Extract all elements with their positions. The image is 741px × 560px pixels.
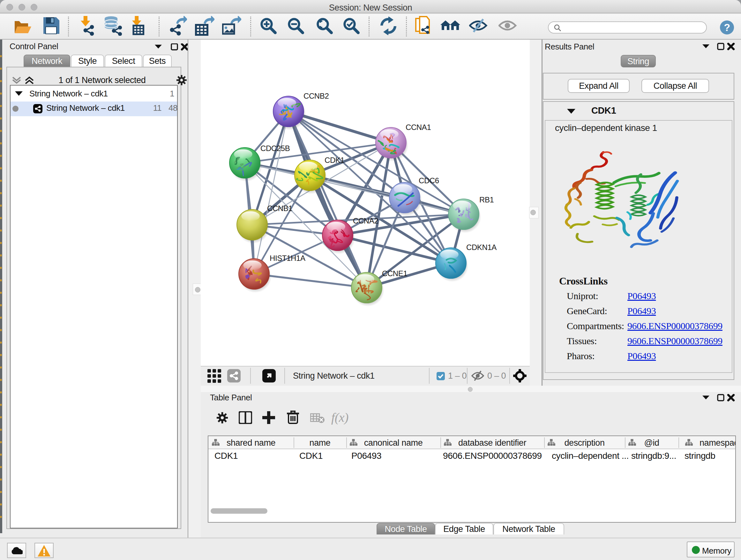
svg-text:CCNE1: CCNE1 <box>382 269 407 278</box>
svg-text:CCNB2: CCNB2 <box>304 91 329 100</box>
svg-text:CDKN1A: CDKN1A <box>466 243 496 252</box>
svg-text:CDK1: CDK1 <box>325 156 344 165</box>
svg-text:CCNA1: CCNA1 <box>406 123 431 132</box>
svg-text:CCNA2: CCNA2 <box>353 216 378 225</box>
svg-text:HIST1H1A: HIST1H1A <box>270 254 306 262</box>
svg-text:CDC25B: CDC25B <box>260 144 290 152</box>
svg-text:CCNB1: CCNB1 <box>267 204 292 212</box>
svg-text:CDC6: CDC6 <box>419 176 439 185</box>
svg-text:RB1: RB1 <box>479 195 494 204</box>
